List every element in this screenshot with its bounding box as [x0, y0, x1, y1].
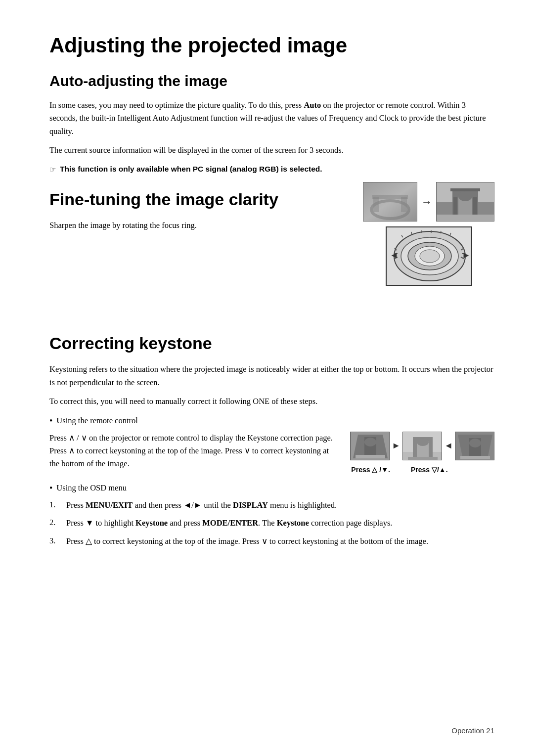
keystone-heading: Correcting keystone: [49, 331, 494, 356]
step2-text: Press ▼ to highlight Keystone and press …: [66, 517, 392, 530]
auto-adjust-section: Auto-adjusting the image In some cases, …: [49, 70, 494, 175]
keystone-para2: To correct this, you will need to manual…: [49, 395, 494, 408]
blurry-image-svg: [363, 182, 417, 221]
step1-text: Press MENU/EXIT and then press ◄/► until…: [66, 499, 337, 512]
note-text: This function is only available when PC …: [60, 163, 322, 175]
bullet-remote-label: Using the remote control: [56, 414, 138, 427]
keystone-img1: [350, 432, 390, 460]
bullet-remote-control: • Using the remote control: [49, 414, 494, 428]
svg-text:◄: ◄: [390, 250, 399, 260]
fine-tune-body-text: Sharpen the image by rotating the focus …: [49, 219, 326, 232]
keystone-remote-text-col: Press ∧ / ∨ on the projector or remote c…: [49, 432, 335, 477]
svg-text:►: ►: [462, 250, 471, 260]
auto-adjust-heading: Auto-adjusting the image: [49, 70, 494, 92]
bullet-osd-label: Using the OSD menu: [56, 482, 127, 494]
step-2: 2. Press ▼ to highlight Keystone and pre…: [49, 517, 494, 530]
focus-arrow-icon: →: [421, 194, 432, 210]
bullet-dot-icon: •: [49, 414, 52, 428]
keystone-section: Correcting keystone Keystoning refers to…: [49, 331, 494, 548]
step3-text: Press △ to correct keystoning at the top…: [66, 535, 428, 548]
svg-point-10: [458, 191, 472, 201]
svg-point-33: [420, 250, 440, 263]
svg-point-49: [469, 439, 481, 447]
svg-rect-13: [437, 215, 494, 221]
svg-point-38: [364, 438, 376, 446]
svg-rect-4: [401, 197, 407, 212]
blurry-image: [363, 182, 417, 222]
keystone-arrow2: ◄: [444, 439, 453, 452]
sharp-image: [436, 182, 494, 222]
auto-adjust-para1: In some cases, you may need to optimize …: [49, 99, 494, 138]
press-label2: Press ▽/▲.: [411, 465, 448, 475]
keystone-arrow1: ►: [392, 439, 400, 452]
keystone-images-col: ► ◄: [350, 432, 494, 475]
svg-rect-39: [356, 455, 385, 458]
note-text-strong: This function is only available when PC …: [60, 165, 322, 173]
svg-rect-45: [408, 457, 438, 460]
keystone-img2: [402, 432, 442, 460]
keystone-img-row: ► ◄: [350, 432, 494, 460]
focus-before-after-row: →: [363, 182, 494, 222]
fine-tune-section: Fine-tuning the image clarity: [49, 187, 494, 232]
numbered-steps: 1. Press MENU/EXIT and then press ◄/► un…: [49, 499, 494, 548]
step-1: 1. Press MENU/EXIT and then press ◄/► un…: [49, 499, 494, 512]
svg-rect-5: [372, 195, 408, 199]
keystone-remote-text: Press ∧ / ∨ on the projector or remote c…: [49, 432, 335, 471]
step1-num: 1.: [49, 499, 60, 511]
auto-adjust-note: ☞ This function is only available when P…: [49, 163, 494, 176]
keystone-press-labels: Press △ /▼. Press ▽/▲.: [350, 465, 447, 475]
auto-adjust-para2: The current source information will be d…: [49, 144, 494, 157]
focus-ring-svg: ◄ ►: [387, 226, 471, 286]
footer-text: Operation 21: [451, 726, 494, 735]
press-label1: Press △ /▼.: [351, 465, 390, 475]
step-3: 3. Press △ to correct keystoning at the …: [49, 535, 494, 548]
keystone-remote-content: Press ∧ / ∨ on the projector or remote c…: [49, 432, 494, 477]
note-icon: ☞: [49, 164, 56, 176]
keystone-para1: Keystoning refers to the situation where…: [49, 363, 494, 389]
svg-rect-50: [460, 456, 490, 459]
svg-line-25: [411, 232, 412, 234]
svg-line-28: [441, 231, 441, 233]
svg-line-29: [450, 233, 451, 235]
focus-ring-image: ◄ ►: [386, 226, 472, 286]
sharp-image-svg: [437, 182, 494, 221]
svg-point-44: [417, 438, 429, 446]
page-footer: Operation 21: [451, 725, 494, 737]
keystone-img3: [455, 432, 494, 460]
bullet-dot-osd-icon: •: [49, 482, 52, 495]
svg-rect-14: [450, 188, 480, 191]
svg-rect-12: [473, 197, 477, 217]
step2-num: 2.: [49, 517, 60, 529]
svg-rect-11: [453, 197, 457, 217]
page-title: Adjusting the projected image: [49, 30, 494, 61]
fine-tune-images: →: [363, 182, 494, 286]
bullet-osd-menu: • Using the OSD menu: [49, 482, 494, 495]
svg-line-24: [401, 235, 403, 237]
svg-rect-3: [373, 197, 379, 212]
step3-num: 3.: [49, 535, 60, 547]
